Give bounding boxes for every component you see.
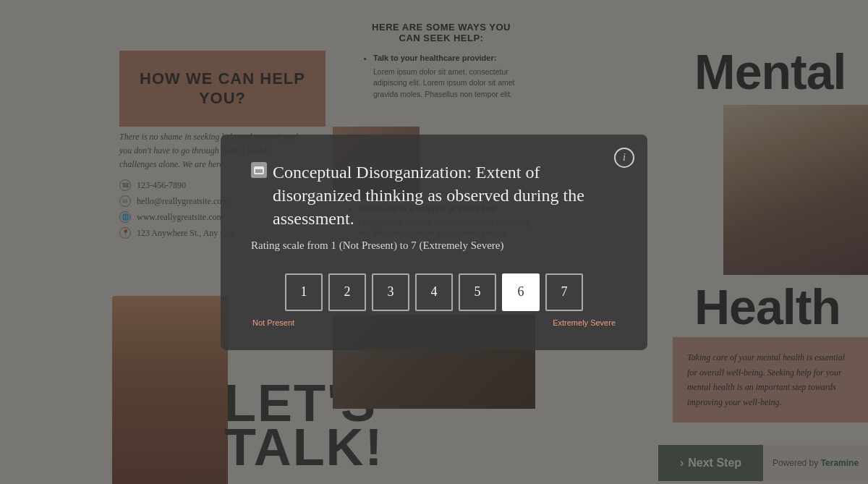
label-not-present: Not Present	[252, 318, 294, 327]
rating-btn-6[interactable]: 6	[502, 273, 540, 311]
label-extremely-severe: Extremely Severe	[553, 318, 616, 327]
rating-btn-4[interactable]: 4	[415, 273, 453, 311]
modal: i Conceptual Disorganization: Extent of …	[221, 134, 647, 349]
rating-row: 1 2 3 4 5 6 7	[251, 273, 617, 311]
rating-labels: Not Present Extremely Severe	[251, 318, 617, 327]
modal-subtitle: Rating scale from 1 (Not Present) to 7 (…	[251, 238, 617, 253]
rating-btn-2[interactable]: 2	[328, 273, 366, 311]
rating-btn-7[interactable]: 7	[545, 273, 583, 311]
modal-title: Conceptual Disorganization: Extent of di…	[251, 160, 617, 230]
rating-btn-1[interactable]: 1	[285, 273, 323, 311]
info-icon[interactable]: i	[614, 147, 634, 167]
rating-btn-5[interactable]: 5	[459, 273, 496, 311]
rating-btn-3[interactable]: 3	[372, 273, 409, 311]
modal-small-icon	[251, 161, 267, 177]
